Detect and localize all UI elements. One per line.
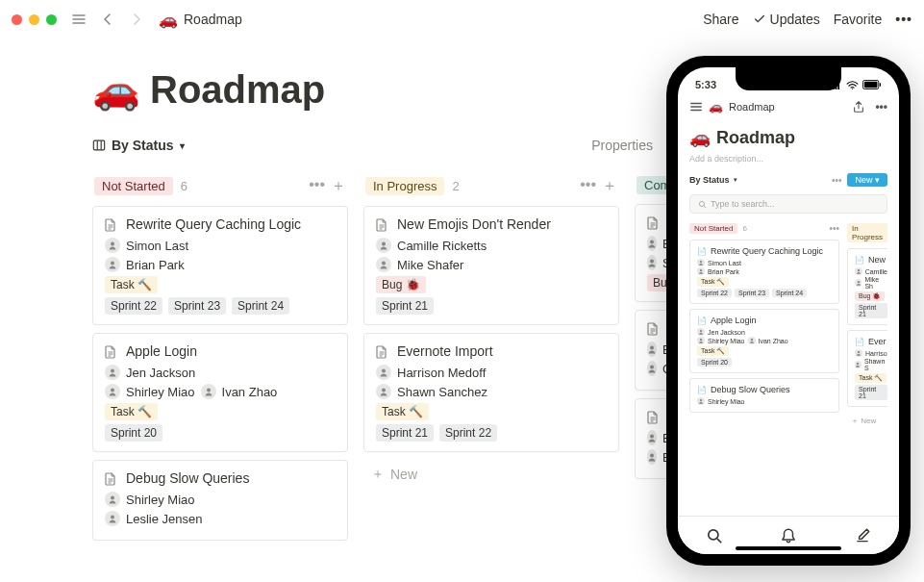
phone-tab-compose-icon[interactable] (854, 527, 871, 544)
phone-view-more-icon[interactable]: ••• (832, 175, 842, 186)
avatar (105, 384, 120, 399)
people-row: Shirley Miao Ivan Zhao (105, 384, 336, 399)
doc-icon (647, 216, 661, 230)
avatar (105, 511, 120, 526)
avatar (647, 342, 657, 357)
person-name: Mike Shafer (397, 258, 463, 272)
add-card-button[interactable]: ＋New (363, 460, 619, 489)
people-row: Jen Jackson (697, 328, 832, 336)
maximize-window-dot[interactable] (46, 14, 57, 25)
svg-point-34 (858, 269, 860, 271)
phone-column-name-pill[interactable]: In Progress (847, 223, 887, 242)
phone-board-card[interactable]: 📄Debug Slow Queries Shirley Miao (689, 378, 839, 413)
breadcrumb[interactable]: 🚗 Roadmap (159, 11, 695, 29)
board-card[interactable]: Debug Slow Queries Shirley MiaoLeslie Je… (92, 460, 348, 541)
people-row: Simon Last (105, 238, 336, 253)
title-text[interactable]: Roadmap (150, 68, 325, 112)
phone-board-card[interactable]: 📄New CamilleMike Sh Bug 🐞 Sprint 21 (847, 248, 887, 325)
avatar (697, 397, 705, 405)
column-more-icon[interactable]: ••• (309, 176, 325, 196)
more-icon[interactable]: ••• (895, 12, 912, 27)
column-more-icon[interactable]: ••• (580, 176, 596, 196)
phone-search-input[interactable]: Type to search... (689, 194, 887, 214)
avatar (697, 259, 705, 266)
person-name: Camille Ricketts (397, 239, 487, 253)
board-card[interactable]: Apple Login Jen Jackson Shirley Miao Iva… (92, 333, 348, 452)
board-card[interactable]: Evernote Import Harrison MedoffShawn San… (363, 333, 619, 452)
card-title: Ever (868, 337, 887, 346)
phone-mockup: 5:33 🚗 Roadmap ••• 🚗 Roadmap Add a descr… (666, 56, 911, 566)
title-emoji[interactable]: 🚗 (92, 67, 140, 113)
avatar (105, 257, 120, 272)
phone-board-card[interactable]: 📄Ever HarrisoShawn S Task 🔨 Sprint 21 (847, 330, 887, 407)
back-icon[interactable] (97, 9, 118, 30)
phone-description-placeholder[interactable]: Add a description... (689, 154, 887, 164)
avatar (855, 361, 862, 368)
updates-button[interactable]: Updates (753, 12, 820, 27)
person-name: Shirley Miao (708, 398, 745, 405)
forward-icon[interactable] (126, 9, 147, 30)
people-row: Brian Park (105, 257, 336, 272)
avatar (855, 279, 862, 287)
column-name-pill[interactable]: In Progress (365, 177, 444, 195)
phone-title-text[interactable]: Roadmap (716, 128, 795, 148)
svg-point-36 (858, 351, 860, 353)
avatar (855, 267, 862, 275)
favorite-button[interactable]: Favorite (834, 12, 883, 27)
view-picker[interactable]: By Status ▾ (92, 138, 185, 153)
avatar (647, 449, 657, 465)
sprint-tag: Sprint 24 (772, 289, 807, 297)
phone-more-icon[interactable]: ••• (875, 100, 887, 114)
phone-view-label[interactable]: By Status (689, 175, 730, 185)
share-button[interactable]: Share (703, 12, 738, 27)
phone-board-column: In Progress 📄New CamilleMike Sh Bug 🐞 Sp… (847, 223, 887, 430)
people-row: Camille Ricketts (376, 238, 607, 253)
svg-rect-0 (93, 140, 104, 150)
phone-add-card-button[interactable]: ＋ New (847, 412, 887, 430)
close-window-dot[interactable] (12, 14, 22, 25)
sprint-tag: Sprint 22 (697, 289, 732, 297)
svg-point-33 (700, 399, 702, 401)
phone-hamburger-icon[interactable] (689, 100, 703, 114)
phone-tab-search-icon[interactable] (706, 527, 723, 544)
board-card[interactable]: New Emojis Don't Render Camille Ricketts… (363, 206, 619, 325)
phone-board-card[interactable]: 📄Apple Login Jen Jackson Shirley Miao Iv… (689, 309, 839, 373)
hamburger-icon[interactable] (68, 9, 89, 30)
people-row: Brian Park (697, 267, 832, 275)
phone-new-button[interactable]: New ▾ (847, 173, 887, 187)
avatar (855, 349, 862, 357)
column-add-icon[interactable]: ＋ (602, 176, 617, 196)
people-row: Harriso (855, 349, 887, 357)
avatar (647, 430, 657, 445)
doc-icon (105, 218, 118, 232)
svg-point-29 (700, 269, 702, 271)
board-card[interactable]: Rewrite Query Caching Logic Simon LastBr… (92, 206, 348, 325)
phone-search-placeholder: Type to search... (711, 199, 775, 209)
properties-button[interactable]: Properties (591, 138, 653, 153)
avatar (647, 361, 657, 376)
minimize-window-dot[interactable] (29, 14, 39, 25)
phone-board-card[interactable]: 📄Rewrite Query Caching Logic Simon LastB… (689, 240, 839, 304)
phone-column-name-pill[interactable]: Not Started (689, 223, 737, 234)
phone-crumb-text[interactable]: Roadmap (729, 101, 775, 113)
type-tag: Task 🔨 (105, 276, 158, 293)
column-add-icon[interactable]: ＋ (331, 176, 346, 196)
sprint-tag: Sprint 21 (376, 297, 434, 315)
type-tag: Bug 🐞 (376, 276, 426, 293)
people-row: Shirley Miao (105, 492, 336, 507)
column-name-pill[interactable]: Not Started (94, 177, 173, 195)
person-name: Harrison Medoff (397, 366, 486, 380)
phone-column-header: Not Started 6 ••• (689, 223, 839, 234)
sprint-tag: Sprint 21 (855, 303, 887, 318)
person-name: Shawn S (864, 358, 887, 371)
person-name: Shirley Miao (708, 338, 745, 344)
battery-icon (862, 80, 882, 89)
doc-icon: 📄 (855, 256, 864, 265)
person-name: Jen Jackson (708, 329, 745, 336)
phone-column-more-icon[interactable]: ••• (829, 223, 839, 234)
phone-tab-notifications-icon[interactable] (780, 527, 797, 544)
phone-share-icon[interactable] (852, 100, 865, 114)
person-name: Simon Last (126, 239, 188, 253)
topbar: 🚗 Roadmap Share Updates Favorite ••• (0, 0, 924, 38)
phone-chevron-down-icon: ▾ (734, 176, 737, 184)
